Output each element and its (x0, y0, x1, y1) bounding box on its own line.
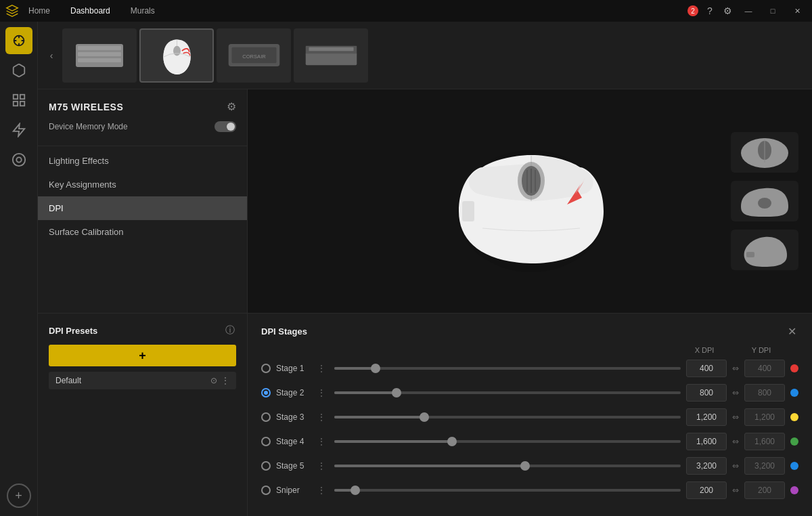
presets-panel-title: DPI Presets (49, 326, 97, 336)
stage-5-slider[interactable] (334, 460, 681, 472)
dpi-stage-row-1: Stage 1⋮400⇔400 (261, 360, 798, 377)
stage-5-link-icon[interactable]: ⇔ (732, 461, 739, 471)
help-icon[interactable]: ? (704, 5, 716, 17)
sidebar-icon-2[interactable] (5, 57, 32, 84)
stage-4-color-dot[interactable] (790, 437, 798, 446)
device-header: M75 WIRELESS ⚙ (38, 89, 247, 121)
stage-2-slider[interactable] (334, 387, 681, 399)
hexagon-icon (12, 63, 26, 78)
device-thumb-1[interactable] (62, 28, 137, 83)
device-thumb-2[interactable] (139, 28, 214, 83)
add-profile-button[interactable]: + (7, 483, 31, 508)
stage-1-menu-icon[interactable]: ⋮ (317, 363, 326, 374)
stage-2-y-value[interactable]: 800 (744, 384, 785, 402)
stage-3-color-dot[interactable] (790, 413, 798, 421)
mouse-variant-side1[interactable] (731, 181, 798, 221)
device-settings-icon[interactable]: ⚙ (227, 100, 236, 113)
stage-4-y-value[interactable]: 1,600 (744, 433, 785, 450)
stage-4-link-icon[interactable]: ⇔ (732, 437, 739, 446)
stage-3-link-icon[interactable]: ⇔ (732, 412, 739, 422)
nav-key-assignments[interactable]: Key Assignments (38, 173, 247, 196)
stage-3-active-indicator[interactable] (261, 412, 271, 422)
add-preset-button[interactable]: + (49, 345, 236, 366)
sidebar-icon-4[interactable] (5, 116, 32, 144)
svg-point-7 (16, 157, 21, 162)
mouse-variant-top-icon (734, 134, 795, 171)
stage-3-slider[interactable] (334, 411, 681, 423)
stage-4-menu-icon[interactable]: ⋮ (317, 436, 326, 447)
stage-4-slider[interactable] (334, 435, 681, 448)
stage-3-x-value[interactable]: 1,200 (686, 408, 727, 426)
stage-1-y-value[interactable]: 400 (744, 360, 785, 377)
stage-1-x-value[interactable]: 400 (686, 360, 727, 377)
nav-home[interactable]: Home (19, 3, 60, 18)
stage-2-x-value[interactable]: 800 (686, 384, 727, 402)
minimize-button[interactable]: — (739, 4, 758, 18)
corsair-logo-icon (5, 4, 19, 18)
preset-copy-icon[interactable]: ⊙ (210, 376, 217, 385)
nav-divider-1 (38, 146, 247, 146)
stage-2-link-icon[interactable]: ⇔ (732, 388, 739, 397)
sidebar-icon-5[interactable] (5, 146, 32, 173)
presets-panel-header: DPI Presets ⓘ (49, 324, 236, 337)
stage-4-x-value[interactable]: 1,600 (686, 433, 727, 450)
stage-5-color-dot[interactable] (790, 462, 798, 470)
dpi-stage-row-6: Sniper⋮200⇔200 (261, 481, 798, 499)
presets-info-icon[interactable]: ⓘ (224, 324, 236, 337)
device-title: M75 WIRELESS (49, 102, 123, 112)
mouse-variant-top[interactable] (731, 132, 798, 173)
memory-thumb-icon (302, 40, 360, 70)
device-thumb-4[interactable] (294, 28, 368, 83)
mouse-variant-side2[interactable] (731, 230, 798, 270)
stage-6-slider[interactable] (334, 484, 681, 496)
stage-3-menu-icon[interactable]: ⋮ (317, 412, 326, 423)
stage-6-menu-icon[interactable]: ⋮ (317, 485, 326, 496)
settings-icon[interactable]: ⚙ (721, 5, 734, 17)
sidebar-icon-3[interactable] (5, 87, 32, 114)
stage-5-x-value[interactable]: 3,200 (686, 457, 727, 475)
notification-badge[interactable]: 2 (687, 5, 698, 16)
memory-mode-toggle[interactable] (215, 121, 236, 132)
sidebar-icon-1[interactable] (5, 27, 32, 54)
stage-1-color-dot[interactable] (790, 364, 798, 372)
dpi-stage-row-2: Stage 2⋮800⇔800 (261, 384, 798, 402)
stage-3-y-value[interactable]: 1,200 (744, 408, 785, 426)
stage-6-y-value[interactable]: 200 (744, 481, 785, 499)
mouse-variant-side1-icon (734, 183, 795, 220)
strip-prev-arrow[interactable]: ‹ (43, 35, 60, 76)
stage-2-menu-icon[interactable]: ⋮ (317, 387, 326, 398)
nav-murals[interactable]: Murals (121, 3, 164, 18)
stage-3-label: Stage 3 (276, 412, 311, 422)
stages-close-button[interactable]: ✕ (785, 324, 798, 338)
nav-lighting-effects[interactable]: Lighting Effects (38, 149, 247, 173)
stage-1-link-icon[interactable]: ⇔ (732, 364, 739, 373)
nav-surface-calibration[interactable]: Surface Calibration (38, 220, 247, 244)
col-y-dpi: Y DPI (738, 346, 785, 354)
stage-6-label: Sniper (276, 486, 311, 495)
stage-6-link-icon[interactable]: ⇔ (732, 486, 739, 495)
stage-4-active-indicator[interactable] (261, 437, 271, 446)
stage-2-active-indicator[interactable] (261, 388, 271, 397)
stage-5-y-value[interactable]: 3,200 (744, 457, 785, 475)
app-body: + ‹ (0, 22, 812, 516)
device-thumb-3[interactable]: CORSAIR (217, 28, 291, 83)
lightning-icon (12, 123, 26, 137)
grid-icon (12, 93, 26, 108)
nav-dpi[interactable]: DPI (38, 196, 247, 220)
icon-sidebar: + (0, 22, 38, 516)
nav-dashboard[interactable]: Dashboard (61, 3, 120, 18)
svg-text:CORSAIR: CORSAIR (242, 53, 266, 60)
preset-more-icon[interactable]: ⋮ (221, 376, 229, 385)
stage-1-slider[interactable] (334, 362, 681, 374)
close-button[interactable]: ✕ (788, 4, 807, 18)
stage-5-menu-icon[interactable]: ⋮ (317, 460, 326, 471)
stage-2-color-dot[interactable] (790, 389, 798, 397)
stage-6-color-dot[interactable] (790, 486, 798, 494)
stage-6-x-value[interactable]: 200 (686, 481, 727, 499)
keyboard-thumb-icon (72, 39, 127, 72)
stage-1-active-indicator[interactable] (261, 364, 271, 373)
restore-button[interactable]: □ (763, 4, 782, 18)
stage-5-active-indicator[interactable] (261, 461, 271, 471)
stage-6-active-indicator[interactable] (261, 486, 271, 495)
preset-name: Default (55, 376, 81, 385)
